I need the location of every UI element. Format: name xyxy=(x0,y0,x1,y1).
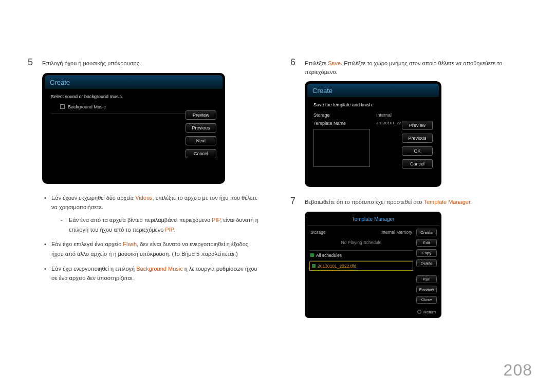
tm-title: Template Manager xyxy=(307,214,439,226)
tm-close-button[interactable]: Close xyxy=(416,296,437,304)
left-column: 5 Επιλογή ήχου ή μουσικής υπόκρουσης. Cr… xyxy=(28,58,262,318)
tm-copy-button[interactable]: Copy xyxy=(416,249,437,257)
list-item: Εάν έχουν εκχωρηθεί δύο αρχεία Videos, ε… xyxy=(42,193,262,235)
template-manager-highlight: Template Manager xyxy=(423,199,470,205)
step-5: 5 Επιλογή ήχου ή μουσικής υπόκρουσης. xyxy=(28,58,262,68)
storage-value: Internal xyxy=(376,113,392,118)
tm-storage-row: Storage Internal Memory xyxy=(309,229,413,236)
step-number: 6 xyxy=(290,58,298,67)
tm-all-schedules[interactable]: All schedules xyxy=(309,250,413,260)
storage-label: Storage xyxy=(313,113,361,118)
checkbox-label: Background Music xyxy=(68,104,106,109)
right-column: 6 Επιλέξτε Save. Επιλέξτε το χώρο μνήμης… xyxy=(290,58,524,318)
bgm-highlight: Background Music xyxy=(136,266,183,272)
tm-file-name: 20130101_2222.tlfd xyxy=(318,264,356,269)
storage-row: Storage Internal xyxy=(313,113,433,118)
step-number: 5 xyxy=(28,58,35,67)
panel-title: Create xyxy=(307,84,439,97)
panel-subtitle: Save the template and finish. xyxy=(313,102,433,107)
preview-button[interactable]: Preview xyxy=(186,110,216,120)
tm-run-button[interactable]: Run xyxy=(416,275,437,283)
list-sub-item: Εάν ένα από τα αρχεία βίντεο περιλαμβάνε… xyxy=(51,215,262,234)
panel-title: Create xyxy=(45,76,223,89)
previous-button[interactable]: Previous xyxy=(186,123,216,133)
ok-button[interactable]: OK xyxy=(402,146,433,156)
step-number: 7 xyxy=(290,196,298,206)
page-number: 208 xyxy=(504,361,532,380)
create-panel-save: Create Save the template and finish. Sto… xyxy=(305,81,441,187)
step-6: 6 Επιλέξτε Save. Επιλέξτε το χώρο μνήμης… xyxy=(290,58,524,76)
pip-highlight: PIP xyxy=(165,227,173,233)
tm-no-playing: No Playing Schedule xyxy=(309,236,413,250)
panel-subtitle: Select sound or background music. xyxy=(51,94,216,99)
pip-highlight: PIP xyxy=(212,217,220,223)
step-text: Επιλέξτε Save. Επιλέξτε το χώρο μνήμης σ… xyxy=(305,58,524,76)
flash-highlight: Flash xyxy=(123,241,137,247)
tm-return[interactable]: Return xyxy=(307,308,439,315)
save-highlight: Save xyxy=(328,60,341,66)
step-text: Επιλογή ήχου ή μουσικής υπόκρουσης. xyxy=(42,58,141,68)
file-icon xyxy=(312,264,316,268)
videos-highlight: Videos xyxy=(135,195,152,201)
tm-storage-label: Storage xyxy=(310,230,326,235)
step-7: 7 Βεβαιωθείτε ότι το πρότυπο έχει προστε… xyxy=(290,196,524,207)
preview-button[interactable]: Preview xyxy=(402,121,433,130)
tm-file-row[interactable]: 20130101_2222.tlfd xyxy=(309,262,413,271)
step-text: Βεβαιωθείτε ότι το πρότυπο έχει προστεθε… xyxy=(305,196,472,207)
notes-list: Εάν έχουν εκχωρηθεί δύο αρχεία Videos, ε… xyxy=(42,193,262,284)
template-manager-panel: Template Manager Storage Internal Memory… xyxy=(305,212,441,318)
tm-delete-button[interactable]: Delete xyxy=(416,259,437,267)
cancel-button[interactable]: Cancel xyxy=(402,159,433,169)
list-item: Εάν έχει ενεργοποιηθεί η επιλογή Backgro… xyxy=(42,264,262,283)
cancel-button[interactable]: Cancel xyxy=(186,149,216,158)
tm-create-button[interactable]: Create xyxy=(416,229,437,236)
previous-button[interactable]: Previous xyxy=(402,134,433,143)
template-name-label: Template Name xyxy=(313,121,361,126)
tm-storage-value: Internal Memory xyxy=(381,230,412,235)
tm-preview-button[interactable]: Preview xyxy=(416,286,437,293)
background-music-checkbox[interactable]: Background Music xyxy=(60,104,216,109)
create-panel-sound: Create Select sound or background music.… xyxy=(42,73,225,184)
preview-thumbnail xyxy=(313,129,370,167)
return-icon xyxy=(417,310,421,314)
checkbox-icon xyxy=(60,104,65,109)
checkbox-icon xyxy=(310,253,314,257)
next-button[interactable]: Next xyxy=(186,136,216,145)
tm-edit-button[interactable]: Edit xyxy=(416,239,437,247)
list-item: Εάν έχει επιλεγεί ένα αρχείο Flash, δεν … xyxy=(42,239,262,258)
